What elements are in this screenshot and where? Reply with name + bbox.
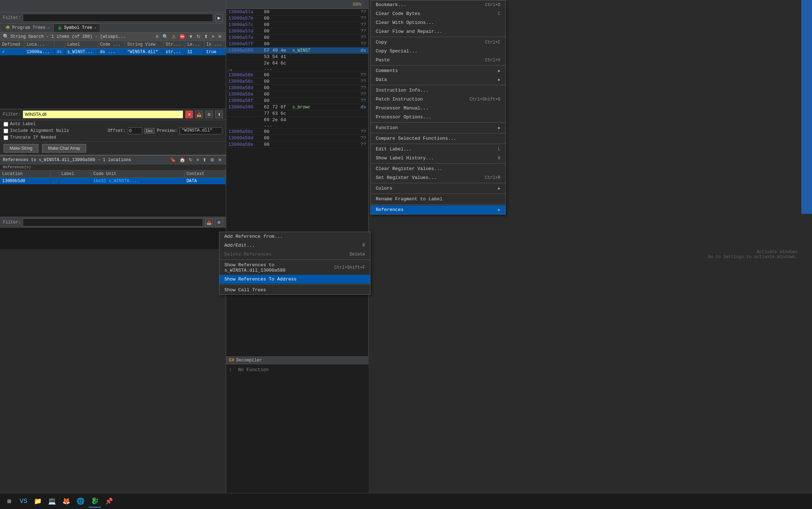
dec-btn[interactable]: Dec [144,128,155,134]
tab-symbol-tree-close[interactable]: ✕ [94,26,96,30]
ref-table-row[interactable]: 13000b5d0 ibo32 s_WINSTA.... DATA [0,178,226,185]
ref-refresh-btn[interactable]: ↻ [188,157,194,163]
table-row[interactable]: ✓ 13000a... ds s_WINST... ds ... "WINSTA… [0,48,226,56]
ref-col-location[interactable]: Location [0,170,51,178]
cell-label: s_WINST... [65,48,98,56]
offset-input[interactable] [128,127,142,134]
ref-filter-export-btn[interactable]: 📤 [205,218,213,226]
ref-bookmark-btn[interactable]: 🔖 [169,157,177,163]
tab-program-trees-close[interactable]: ✕ [47,26,50,30]
ctx-item-show-label-history-[interactable]: Show Label History...H [371,154,505,163]
toolbar-options-btn[interactable]: ≡ [210,34,215,40]
col-string-view[interactable]: String View [125,41,163,48]
ctx-item-paste[interactable]: PasteCtrl+V [371,56,505,65]
toolbar-error-btn[interactable]: ⛔ [178,34,186,40]
ref-export-btn[interactable]: ⬆ [202,157,208,163]
col-str[interactable]: Str... [163,41,185,48]
ctx-item-label: Bookmark... [376,2,406,7]
hex-extra: ?? [360,79,366,84]
ctx-item-label: Show Label History... [376,155,434,161]
top-filter-input[interactable] [23,14,213,22]
ctx-item-clear-register-values-[interactable]: Clear Register Values... [371,164,505,173]
toolbar-refresh-btn[interactable]: ↻ [196,34,202,40]
ctx-item-function[interactable]: Function [371,123,505,132]
ref-filter-input[interactable] [23,218,203,226]
toolbar-select-all-btn[interactable]: A [155,34,160,40]
toolbar-export-btn[interactable]: ⬆ [203,34,209,40]
ctx-item-clear-flow-and-repair-[interactable]: Clear Flow and Repair... [371,27,505,36]
make-char-array-btn[interactable]: Make Char Array [42,144,86,153]
sub-ctx-item-show-references-to-address[interactable]: Show References To Address [219,275,370,284]
ctx-item-edit-label-[interactable]: Edit Label...L [371,145,505,154]
sub-ctx-item-show-references-to-s-winsta-dll-13000a580[interactable]: Show References to s_WINSTA.dll_13000a58… [219,261,370,275]
sub-ctx-item-label: Show References to s_WINSTA.dll_13000a58… [224,262,334,273]
ctx-item-set-register-values-[interactable]: Set Register Values...Ctrl+R [371,173,505,182]
ctx-item-copy-special-[interactable]: Copy Special... [371,47,505,56]
cell-defined: ✓ [0,48,24,56]
hex-scrollbar-btn[interactable] [361,1,365,8]
ctx-item-processor-manual-[interactable]: Processor Manual... [371,104,505,113]
taskbar-icon-windows[interactable]: ⊞ [3,495,16,508]
taskbar-icon-firefox[interactable]: 🦊 [60,495,73,508]
ref-settings-btn[interactable]: ⚙ [209,157,215,163]
taskbar-icon-ghidra[interactable]: 🐉 [88,495,101,508]
taskbar-icon-terminal[interactable]: 💻 [46,495,58,508]
string-filter-clear-btn[interactable]: ✕ [185,110,193,118]
sub-ctx-item-add-edit-[interactable]: Add/Edit...R [219,241,370,250]
taskbar-icon-file-explorer[interactable]: 📁 [31,495,44,508]
hex-addr: 13000a59d [228,135,264,141]
string-filter-input[interactable] [23,110,183,118]
ctx-item-instruction-info-[interactable]: Instruction Info... [371,86,505,95]
ctx-item-rename-fragment-to-label[interactable]: Rename Fragment to Label [371,195,505,204]
string-filter-up-btn[interactable]: ⬆ [215,110,223,118]
ctx-item-clear-code-bytes[interactable]: Clear Code BytesC [371,9,505,18]
string-filter-export-btn[interactable]: 📤 [195,110,203,118]
alignment-nulls-checkbox[interactable] [4,129,8,133]
hex-extra: ?? [360,22,366,27]
toolbar-close-btn[interactable]: ✕ [217,34,223,40]
ctx-item-bookmark-[interactable]: Bookmark...Ctrl+D [371,0,505,9]
tab-program-trees[interactable]: 🌳 Program Trees ✕ [1,24,53,32]
taskbar-icon-settings[interactable]: 📌 [103,495,115,508]
taskbar-icon-browser[interactable]: 🌐 [74,495,87,508]
col-is[interactable]: Is ... [204,41,226,48]
ctx-item-patch-instruction[interactable]: Patch InstructionCtrl+Shift+G [371,95,505,104]
ctx-item-data[interactable]: Data [371,75,505,84]
tab-symbol-tree[interactable]: 🌲 Symbol Tree ✕ [53,24,100,32]
ref-col-code-unit[interactable]: Code Unit [91,170,184,178]
ref-filter-options-btn[interactable]: ⚙ [215,218,223,226]
ref-home-btn[interactable]: 🏠 [178,157,186,163]
col-icon[interactable] [54,41,65,48]
col-label[interactable]: Label [65,41,98,48]
sub-ctx-item-show-call-trees[interactable]: Show Call Trees [219,286,370,294]
col-code[interactable]: Code ... [98,41,125,48]
toolbar-warn-btn[interactable]: ⚠ [171,34,177,40]
ctx-item-label: Clear With Options... [376,20,434,25]
ctx-item-references[interactable]: References [371,205,505,214]
ctx-item-processor-options-[interactable]: Processor Options... [371,113,505,122]
ctx-item-colors[interactable]: Colors [371,184,505,193]
ctx-item-label: Edit Label... [376,146,412,152]
make-string-btn[interactable]: Make String [4,144,38,153]
string-filter-options-btn[interactable]: ⚙ [205,110,213,118]
filter-export-btn[interactable]: ▶ [215,14,223,22]
ctx-item-clear-with-options-[interactable]: Clear With Options... [371,18,505,27]
auto-label-checkbox[interactable] [4,122,8,127]
col-defined[interactable]: Defined [0,41,24,48]
col-len[interactable]: Le... [185,41,204,48]
toolbar-search-btn[interactable]: 🔍 [161,34,169,40]
toolbar-filter-btn[interactable]: ▼ [188,34,194,40]
ctx-item-compare-selected-functions-[interactable]: Compare Selected Functions... [371,134,505,143]
sub-ctx-item-add-reference-from-[interactable]: Add Reference from... [219,232,370,241]
ref-col-context[interactable]: Context [184,170,225,178]
taskbar-icon-vscode[interactable]: VS [17,495,30,508]
ref-close-btn[interactable]: ✕ [217,157,223,163]
hex-addr: 13000a57b [228,16,264,21]
ref-expand-btn[interactable]: ≡ [195,157,200,163]
col-location[interactable]: Loca... [24,41,54,48]
truncate-checkbox[interactable] [4,135,8,140]
ctx-item-copy[interactable]: CopyCtrl+C [371,38,505,47]
ctx-item-comments[interactable]: Comments [371,66,505,75]
ref-col-icon[interactable] [51,170,59,178]
ref-col-label[interactable]: Label [59,170,91,178]
